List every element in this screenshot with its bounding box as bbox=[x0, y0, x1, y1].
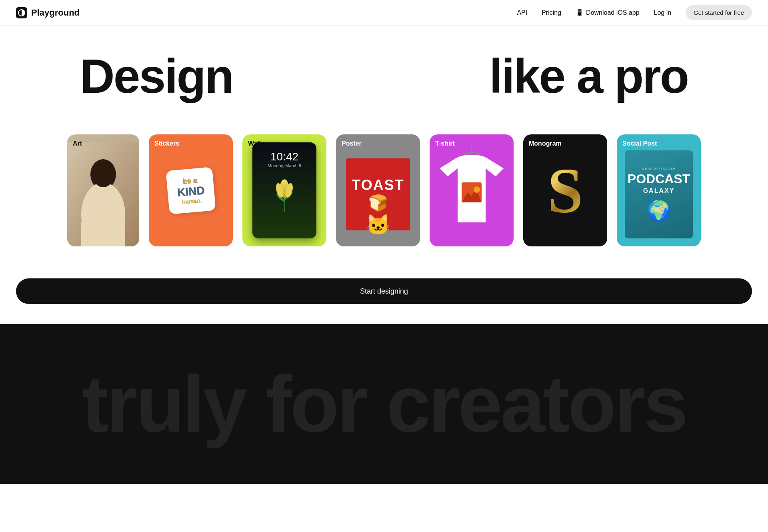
svg-point-5 bbox=[92, 160, 114, 187]
tshirt-content bbox=[430, 134, 514, 246]
bottom-text: truly for creators bbox=[82, 358, 686, 450]
navbar: Playground API Pricing 📱 Download iOS ap… bbox=[0, 0, 768, 26]
poster-string-right bbox=[390, 134, 391, 154]
logo-icon bbox=[16, 7, 27, 18]
cta-section: Start designing bbox=[0, 262, 768, 324]
card-tshirt-label: T-shirt bbox=[435, 140, 455, 147]
card-monogram[interactable]: Monogram S bbox=[523, 134, 607, 246]
social-globe-emoji: 🌍 bbox=[647, 200, 671, 222]
poster-inner: TOAST 🍞 🐱 bbox=[346, 158, 410, 230]
phone-icon: 📱 bbox=[576, 9, 584, 16]
card-wallpaper[interactable]: Wallpaper 10:42 Monday, March 9 bbox=[242, 134, 326, 246]
card-art-label: Art bbox=[73, 140, 82, 147]
poster-content: TOAST 🍞 🐱 bbox=[336, 134, 420, 246]
nav-ios-text: Download iOS app bbox=[586, 9, 639, 16]
social-title2: GALAXY bbox=[643, 187, 675, 194]
wallpaper-tulip-svg bbox=[268, 172, 300, 212]
phone-mockup: 10:42 Monday, March 9 bbox=[252, 142, 316, 238]
poster-string-left bbox=[365, 134, 366, 154]
svg-point-12 bbox=[474, 186, 480, 193]
cta-bar[interactable]: Start designing bbox=[16, 278, 752, 304]
hero-title: Design like a pro bbox=[0, 50, 768, 102]
card-stickers[interactable]: Stickers be a KIND human. bbox=[149, 134, 233, 246]
tshirt-svg bbox=[440, 146, 504, 234]
nav-pricing-link[interactable]: Pricing bbox=[542, 9, 561, 16]
logo-text: Playground bbox=[31, 8, 80, 18]
nav-links: API Pricing 📱 Download iOS app Log in Ge… bbox=[517, 5, 752, 20]
hero-title-right: like a pro bbox=[489, 50, 688, 102]
social-tag: NEW EPISODE bbox=[642, 167, 676, 171]
monogram-letter: S bbox=[548, 158, 583, 222]
poster-strings bbox=[365, 134, 391, 154]
sticker-line2: KIND bbox=[177, 184, 205, 199]
cta-bar-text: Start designing bbox=[360, 287, 408, 296]
hero-title-left: Design bbox=[80, 50, 233, 102]
poster-cat-emoji: 🐱 bbox=[366, 213, 390, 236]
wallpaper-bg: 10:42 Monday, March 9 bbox=[242, 134, 326, 246]
social-title1: PODCAST bbox=[628, 172, 690, 185]
poster-toast-emoji: 🍞 bbox=[368, 194, 388, 212]
card-poster[interactable]: Poster TOAST 🍞 🐱 bbox=[336, 134, 420, 246]
cards-strip: Art bbox=[0, 118, 768, 262]
sticker-content: be a KIND human. bbox=[149, 134, 233, 246]
phone-date: Monday, March 9 bbox=[268, 163, 301, 168]
nav-login-link[interactable]: Log in bbox=[654, 9, 672, 16]
card-wallpaper-label: Wallpaper bbox=[248, 140, 278, 147]
nav-cta-button[interactable]: Get started for free bbox=[686, 5, 752, 20]
card-tshirt[interactable]: T-shirt bbox=[430, 134, 514, 246]
phone-time: 10:42 bbox=[270, 150, 298, 163]
social-content: NEW EPISODE PODCAST GALAXY 🌍 bbox=[617, 134, 701, 246]
card-stickers-label: Stickers bbox=[154, 140, 179, 147]
card-poster-label: Poster bbox=[342, 140, 362, 147]
sticker-graphic: be a KIND human. bbox=[166, 167, 216, 214]
art-figure bbox=[67, 134, 139, 246]
hero-section: Design like a pro bbox=[0, 26, 768, 118]
monogram-content: S bbox=[523, 134, 607, 246]
person-silhouette-svg bbox=[67, 142, 139, 246]
logo[interactable]: Playground bbox=[16, 7, 80, 18]
card-art[interactable]: Art bbox=[67, 134, 139, 246]
social-inner: NEW EPISODE PODCAST GALAXY 🌍 bbox=[625, 150, 693, 238]
bottom-section: truly for creators bbox=[0, 324, 768, 484]
card-social[interactable]: Social Post NEW EPISODE PODCAST GALAXY 🌍 bbox=[617, 134, 701, 246]
nav-api-link[interactable]: API bbox=[517, 9, 527, 16]
poster-title: TOAST bbox=[352, 177, 404, 194]
card-social-label: Social Post bbox=[622, 140, 657, 147]
phone-screen: 10:42 Monday, March 9 bbox=[252, 142, 316, 238]
card-monogram-label: Monogram bbox=[529, 140, 562, 147]
nav-ios-link[interactable]: 📱 Download iOS app bbox=[576, 9, 639, 16]
